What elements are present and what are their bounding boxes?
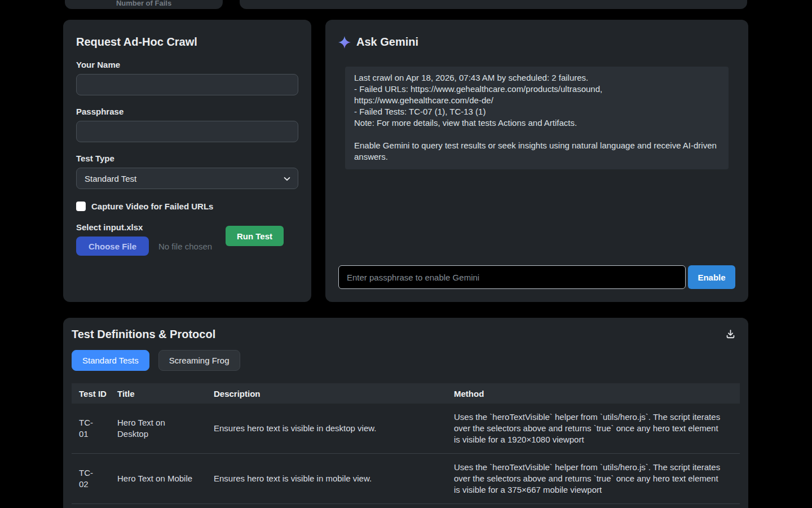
- cell-title: Hero Text on Desktop: [110, 404, 206, 454]
- no-file-chosen-text: No file chosen: [158, 242, 212, 251]
- column-header-title: Title: [110, 383, 206, 404]
- tab-standard-tests[interactable]: Standard Tests: [72, 350, 149, 371]
- column-header-test-id: Test ID: [72, 383, 110, 404]
- tests-tabs: Standard TestsScreaming Frog: [72, 350, 740, 371]
- fails-chart-card: Number of Fails: [65, 0, 223, 9]
- download-icon: [725, 329, 736, 339]
- your-name-label: Your Name: [76, 60, 298, 69]
- table-body: TC-01Hero Text on DesktopEnsures hero te…: [72, 404, 740, 504]
- column-header-method: Method: [447, 383, 740, 404]
- table-header-row: Test IDTitleDescriptionMethod: [72, 383, 740, 404]
- your-name-input[interactable]: [76, 74, 298, 95]
- test-type-label: Test Type: [76, 154, 298, 163]
- cell-title: Hero Text on Mobile: [110, 454, 206, 504]
- cell-id: TC-01: [72, 404, 110, 454]
- gemini-passphrase-input[interactable]: [338, 265, 686, 289]
- run-test-button[interactable]: Run Test: [226, 226, 284, 246]
- gemini-title: Ask Gemini: [356, 36, 418, 49]
- cell-description: Ensures hero text is visible in desktop …: [206, 404, 447, 454]
- capture-video-label[interactable]: Capture Video for Failed URLs: [91, 202, 213, 211]
- top-right-card: [240, 0, 747, 9]
- column-header-description: Description: [206, 383, 447, 404]
- capture-video-row: Capture Video for Failed URLs: [76, 202, 298, 211]
- table-row: TC-02Hero Text on MobileEnsures hero tex…: [72, 454, 740, 504]
- test-definitions-title: Test Definitions & Protocol: [72, 328, 740, 341]
- test-type-select[interactable]: Standard Test: [76, 168, 298, 189]
- fails-chart-label: Number of Fails: [116, 0, 171, 7]
- enable-gemini-button[interactable]: Enable: [688, 265, 735, 289]
- gemini-input-row: Enable: [338, 265, 735, 289]
- cell-method: Uses the `heroTextVisible` helper from `…: [447, 404, 740, 454]
- download-button[interactable]: [724, 327, 737, 340]
- cell-method: Uses the `heroTextVisible` helper from `…: [447, 454, 740, 504]
- chevron-down-icon: [283, 175, 291, 185]
- table-row: TC-01Hero Text on DesktopEnsures hero te…: [72, 404, 740, 454]
- gemini-header: Ask Gemini: [338, 36, 735, 49]
- test-type-selected-value: Standard Test: [85, 174, 136, 183]
- ask-gemini-card: Ask Gemini Last crawl on Apr 18, 2026, 0…: [325, 20, 748, 302]
- tab-screaming-frog[interactable]: Screaming Frog: [158, 350, 240, 371]
- passphrase-label: Passphrase: [76, 107, 298, 116]
- test-definitions-card: Test Definitions & Protocol Standard Tes…: [63, 318, 748, 508]
- adhoc-crawl-title: Request Ad-Hoc Crawl: [76, 36, 298, 49]
- adhoc-crawl-card: Request Ad-Hoc Crawl Your Name Passphras…: [63, 20, 311, 302]
- choose-file-button[interactable]: Choose File: [76, 237, 149, 256]
- gemini-summary: Last crawl on Apr 18, 2026, 07:43 AM by …: [345, 67, 729, 169]
- passphrase-input[interactable]: [76, 121, 298, 142]
- tests-table: Test IDTitleDescriptionMethod TC-01Hero …: [72, 383, 740, 504]
- sparkle-icon: [338, 36, 351, 49]
- cell-description: Ensures hero text is visible in mobile v…: [206, 454, 447, 504]
- cell-id: TC-02: [72, 454, 110, 504]
- capture-video-checkbox[interactable]: [76, 202, 86, 211]
